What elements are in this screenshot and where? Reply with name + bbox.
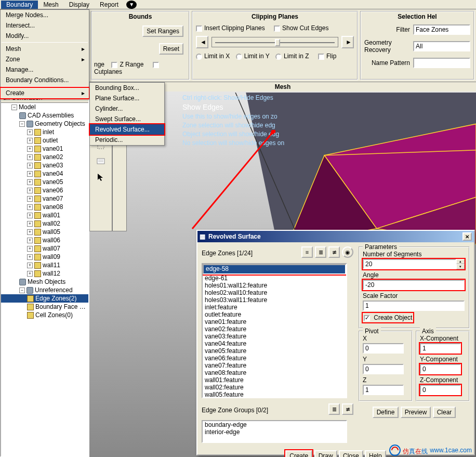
scale-input[interactable] bbox=[363, 301, 465, 311]
submenu-bbox[interactable]: Bounding Box... bbox=[90, 83, 164, 93]
clip-next-button[interactable]: ► bbox=[341, 36, 354, 48]
tree-item-vane04[interactable]: +vane04 bbox=[1, 169, 88, 178]
tree-item-wall02[interactable]: +wall02 bbox=[1, 219, 88, 228]
menu-intersect[interactable]: Intersect... bbox=[1, 20, 89, 31]
help-button[interactable]: Help bbox=[365, 450, 386, 457]
menu-boundary[interactable]: Boundary bbox=[1, 1, 38, 9]
limitx-radio[interactable] bbox=[196, 54, 202, 60]
pivot-x-input[interactable] bbox=[363, 343, 404, 354]
edge-item[interactable]: wall01:feature bbox=[203, 376, 346, 384]
create-object-checkbox[interactable]: ✓ bbox=[364, 315, 370, 321]
tree-cad[interactable]: CAD Assemblies bbox=[1, 111, 88, 120]
edge-item[interactable]: vane05:feature bbox=[203, 347, 346, 355]
group-item[interactable]: boundary-edge bbox=[203, 421, 346, 428]
tree-item-vane01[interactable]: +vane01 bbox=[1, 145, 88, 153]
draw-button[interactable]: Draw bbox=[314, 450, 337, 457]
menu-manage[interactable]: Manage... bbox=[1, 64, 89, 75]
tree-item-vane02[interactable]: +vane02 bbox=[1, 153, 88, 161]
tree-item-wall01[interactable]: +wall01 bbox=[1, 211, 88, 219]
axis-x-input[interactable] bbox=[420, 343, 461, 354]
tree-item-vane08[interactable]: +vane08 bbox=[1, 203, 88, 211]
target-icon[interactable]: ◉ bbox=[342, 246, 353, 258]
tree-item-wall12[interactable]: +wall12 bbox=[1, 269, 88, 278]
group-deselect-icon[interactable]: ≢ bbox=[342, 403, 353, 415]
edge-item[interactable]: vane04:feature bbox=[203, 340, 346, 347]
axis-y-input[interactable] bbox=[420, 364, 461, 374]
flip-checkbox[interactable] bbox=[318, 54, 324, 60]
menu-create[interactable]: Create bbox=[1, 88, 89, 98]
deselect-icon[interactable]: ≢ bbox=[328, 246, 340, 258]
tree-edgezones[interactable]: Edge Zones(2) bbox=[1, 294, 88, 303]
submenu-cylinder[interactable]: Cylinder... bbox=[90, 103, 164, 114]
submenu-swept[interactable]: Swept Surface... bbox=[90, 114, 164, 124]
submenu-periodic[interactable]: Periodic... bbox=[90, 135, 164, 145]
edge-item[interactable]: edge-61 bbox=[203, 275, 346, 282]
num-segments-input[interactable] bbox=[363, 259, 456, 269]
dialog-titlebar[interactable]: ▦ Revolved Surface ✕ bbox=[197, 231, 474, 242]
close-dialog-button[interactable]: Close bbox=[339, 450, 363, 457]
geometry-select[interactable] bbox=[413, 41, 470, 51]
tree-item-vane07[interactable]: +vane07 bbox=[1, 194, 88, 203]
tree-item-vane05[interactable]: +vane05 bbox=[1, 178, 88, 186]
submenu-revolved[interactable]: Revolved Surface... bbox=[90, 124, 164, 135]
name-pattern-input[interactable] bbox=[413, 58, 470, 68]
menu-merge[interactable]: Merge Nodes... bbox=[1, 10, 89, 20]
tree-item-vane06[interactable]: +vane06 bbox=[1, 186, 88, 194]
tree-item-wall05[interactable]: +wall05 bbox=[1, 228, 88, 236]
submenu-plane[interactable]: Plane Surface... bbox=[90, 93, 164, 103]
edge-groups-listbox[interactable]: boundary-edgeinterior-edge bbox=[202, 420, 347, 443]
menu-bc[interactable]: Boundary Conditions... bbox=[1, 75, 89, 85]
menu-modify[interactable]: Modify... bbox=[1, 31, 89, 41]
insert-clip-checkbox[interactable] bbox=[196, 25, 202, 32]
edge-item[interactable]: wall02:feature bbox=[203, 384, 346, 391]
group-item[interactable]: interior-edge bbox=[203, 428, 346, 436]
limitz-radio[interactable] bbox=[275, 54, 282, 60]
spin-up[interactable]: ▴ bbox=[456, 259, 465, 264]
tree-item-wall11[interactable]: +wall11 bbox=[1, 261, 88, 269]
edge-item[interactable]: vane06:feature bbox=[203, 355, 346, 362]
create-button[interactable]: Create bbox=[285, 450, 312, 457]
notes-tool-icon[interactable] bbox=[96, 156, 106, 166]
edge-item[interactable]: edge-58 bbox=[203, 264, 346, 275]
edge-item[interactable]: inlet:feature bbox=[203, 304, 346, 311]
tree-model[interactable]: −Model bbox=[1, 103, 88, 111]
edge-zones-listbox[interactable]: edge-58edge-61holes01:wall12:featurehole… bbox=[202, 263, 347, 398]
tree-meshobj[interactable]: Mesh Objects bbox=[1, 278, 88, 286]
preview-button[interactable]: Preview bbox=[401, 407, 431, 418]
showcut-checkbox[interactable] bbox=[274, 25, 280, 32]
menu-more-icon[interactable]: ▼ bbox=[126, 1, 137, 9]
tree-cellzones[interactable]: Cell Zones(0) bbox=[1, 311, 88, 319]
tree-item-vane03[interactable]: +vane03 bbox=[1, 161, 88, 169]
reset-button[interactable]: Reset bbox=[159, 43, 183, 55]
edge-item[interactable]: holes02:wall10:feature bbox=[203, 289, 346, 296]
menu-mesh-sub[interactable]: Mesh bbox=[1, 44, 89, 54]
menu-zone[interactable]: Zone bbox=[1, 54, 89, 64]
group-select-icon[interactable]: ≣ bbox=[328, 403, 340, 415]
pivot-y-input[interactable] bbox=[363, 364, 404, 374]
menu-mesh[interactable]: Mesh bbox=[38, 1, 63, 9]
edge-item[interactable]: vane07:feature bbox=[203, 362, 346, 369]
tree-geom[interactable]: −Geometry Objects bbox=[1, 120, 88, 128]
edge-item[interactable]: vane08:feature bbox=[203, 369, 346, 376]
menu-report[interactable]: Report bbox=[95, 1, 124, 9]
filter-select[interactable] bbox=[413, 24, 470, 35]
edge-item[interactable]: holes01:wall12:feature bbox=[203, 282, 346, 289]
tree-item-inlet[interactable]: +inlet bbox=[1, 128, 88, 136]
edge-item[interactable]: outlet:feature bbox=[203, 311, 346, 318]
angle-input[interactable] bbox=[363, 280, 465, 290]
tree-item-wall07[interactable]: +wall07 bbox=[1, 244, 88, 253]
define-button[interactable]: Define bbox=[373, 407, 399, 418]
edge-item[interactable]: holes03:wall11:feature bbox=[203, 296, 346, 304]
clip-prev-button[interactable]: ◄ bbox=[196, 36, 208, 48]
edge-item[interactable]: vane01:feature bbox=[203, 318, 346, 325]
set-ranges-button[interactable]: Set Ranges bbox=[142, 25, 183, 37]
edge-item[interactable]: wall05:feature bbox=[203, 391, 346, 398]
select-all-icon[interactable]: ≣ bbox=[315, 246, 326, 258]
cursor-tool-icon[interactable] bbox=[96, 172, 106, 182]
clear-button[interactable]: Clear bbox=[433, 407, 456, 418]
cutplanes-checkbox[interactable] bbox=[153, 62, 159, 68]
filter-list-icon[interactable]: ≡ bbox=[301, 246, 313, 258]
edge-item[interactable]: vane02:feature bbox=[203, 325, 346, 333]
zrange-checkbox[interactable] bbox=[111, 62, 117, 68]
tree-item-wall06[interactable]: +wall06 bbox=[1, 236, 88, 244]
